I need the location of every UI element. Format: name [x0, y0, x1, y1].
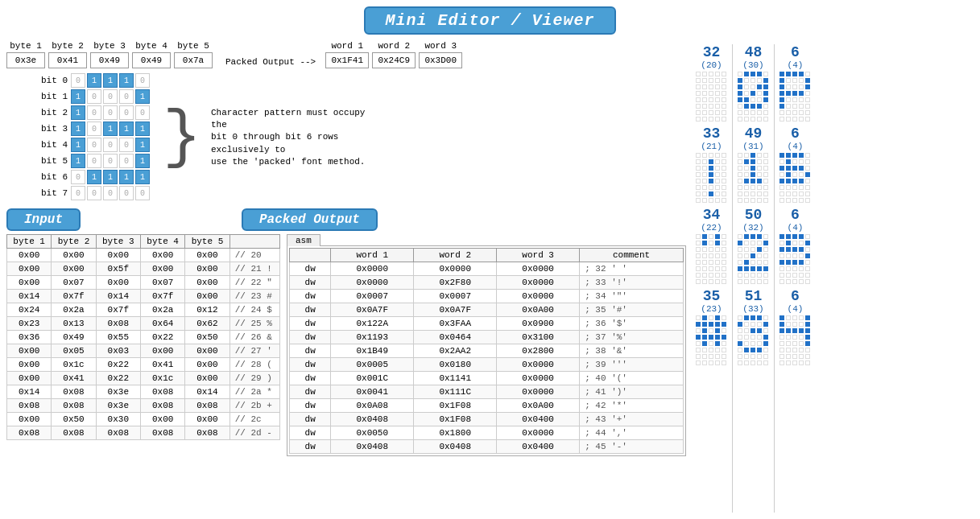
bit-cell-r6-c0[interactable]: 0	[71, 170, 85, 184]
char-pixel	[715, 260, 720, 265]
char-pixel	[715, 354, 720, 359]
bit-cell-r0-c0[interactable]: 0	[71, 73, 85, 88]
char-pixel	[715, 279, 720, 284]
bit-cell-r5-c4[interactable]: 1	[135, 154, 150, 168]
bit-cell-r1-c3[interactable]: 0	[119, 89, 134, 104]
output-dw-11: dw	[290, 413, 331, 426]
output-table-section[interactable]: asm word 1word 2word 3commentdw0x00000x0…	[287, 234, 686, 519]
bit-cell-r5-c2[interactable]: 0	[103, 154, 118, 168]
output-dw-2: dw	[290, 290, 331, 303]
table-row: dw0x001C0x11410x0000; 40 '('	[290, 372, 684, 385]
bit-cell-r6-c3[interactable]: 1	[119, 170, 134, 184]
output-word-r0-c2: 0x0000	[497, 262, 580, 276]
byte-2-input[interactable]	[48, 52, 87, 68]
word-2-input[interactable]	[372, 52, 416, 68]
input-cell-r2-c0: 0x00	[7, 276, 52, 290]
bit-cell-r1-c2[interactable]: 0	[103, 89, 118, 104]
bit-cell-r3-c2[interactable]: 1	[103, 122, 118, 136]
char-pixel	[786, 341, 791, 346]
char-pixel	[786, 91, 791, 96]
char-pixel	[744, 315, 749, 320]
char-pixel	[744, 117, 749, 122]
input-cell-r13-c1: 0x08	[52, 426, 96, 440]
char-pixel	[709, 110, 713, 115]
char-pixel	[744, 166, 749, 171]
bit-cell-r0-c3[interactable]: 1	[119, 73, 134, 88]
input-cell-r12-c4: 0x00	[185, 413, 229, 426]
byte-col-5: byte 5	[174, 41, 213, 68]
bit-cell-r1-c0[interactable]: 1	[71, 89, 85, 104]
bit-cell-r2-c2[interactable]: 0	[103, 105, 118, 120]
bit-cell-r4-c3[interactable]: 0	[119, 138, 134, 152]
bit-cell-r0-c1[interactable]: 1	[87, 73, 101, 88]
bit-cell-r3-c4[interactable]: 1	[135, 122, 150, 136]
bit-cell-r7-c2[interactable]: 0	[103, 186, 118, 200]
bit-cell-r2-c0[interactable]: 1	[71, 105, 85, 120]
char-pixel	[751, 315, 755, 320]
char-pixel	[799, 279, 804, 284]
bit-cell-r1-c1[interactable]: 0	[87, 89, 101, 104]
output-table: word 1word 2word 3commentdw0x00000x00000…	[289, 248, 684, 454]
char-pixel	[757, 198, 762, 203]
bit-cell-r1-c4[interactable]: 1	[135, 89, 150, 104]
char-pixel	[757, 247, 762, 252]
bit-cell-r4-c4[interactable]: 1	[135, 138, 150, 152]
output-col-header	[290, 249, 331, 262]
output-comment-r8: ; 40 '('	[580, 372, 684, 385]
char-pixel	[702, 153, 707, 158]
char-pixel	[722, 110, 726, 115]
char-pixel	[696, 159, 701, 164]
bit-cell-r7-c1[interactable]: 0	[87, 186, 101, 200]
bit-cell-r5-c3[interactable]: 0	[119, 154, 134, 168]
char-grid	[738, 315, 769, 366]
bit-cell-r4-c1[interactable]: 0	[87, 138, 101, 152]
char-pixel	[696, 72, 701, 76]
output-comment-r10: ; 42 '*'	[580, 399, 684, 413]
bit-cell-r6-c4[interactable]: 1	[135, 170, 150, 184]
char-pixel	[696, 266, 701, 271]
asm-tab[interactable]: asm	[287, 234, 320, 246]
char-pixel	[702, 279, 707, 284]
char-pixel	[792, 172, 797, 177]
char-pixel	[799, 328, 804, 333]
char-pixel	[709, 279, 713, 284]
bit-cell-r2-c4[interactable]: 0	[135, 105, 150, 120]
char-pixel	[751, 84, 755, 89]
bit-cell-r0-c2[interactable]: 1	[103, 73, 118, 88]
bit-cell-r2-c3[interactable]: 0	[119, 105, 134, 120]
bit-cell-r3-c3[interactable]: 1	[119, 122, 134, 136]
bit-row-1: bit 110001	[39, 89, 150, 104]
bit-cell-r3-c0[interactable]: 1	[71, 122, 85, 136]
char-pixel	[751, 241, 755, 245]
char-number-sub: (4)	[788, 60, 804, 70]
bit-cell-r4-c0[interactable]: 1	[71, 138, 85, 152]
bit-cell-r5-c1[interactable]: 0	[87, 154, 101, 168]
output-comment-r11: ; 43 '+'	[580, 413, 684, 426]
bit-cell-r7-c3[interactable]: 0	[119, 186, 134, 200]
bit-cell-r3-c1[interactable]: 0	[87, 122, 101, 136]
byte-col-4: byte 4	[132, 41, 171, 68]
bit-cell-r7-c4[interactable]: 0	[135, 186, 150, 200]
byte-col-2: byte 2	[48, 41, 87, 68]
input-table-section[interactable]: byte 1byte 2byte 3byte 4byte 50x000x000x…	[6, 234, 280, 519]
byte-5-input[interactable]	[174, 52, 213, 68]
bit-cell-r6-c1[interactable]: 1	[87, 170, 101, 184]
word-1-input[interactable]	[325, 52, 369, 68]
char-pixel	[763, 315, 768, 320]
word-3-input[interactable]	[419, 52, 462, 68]
input-cell-r9-c3: 0x1c	[140, 372, 184, 385]
byte-3-input[interactable]	[90, 52, 129, 68]
bit-cell-r6-c2[interactable]: 1	[103, 170, 118, 184]
byte-4-input[interactable]	[132, 52, 171, 68]
input-cell-r3-c1: 0x7f	[52, 290, 96, 303]
bit-cell-r5-c0[interactable]: 1	[71, 154, 85, 168]
char-pixel	[744, 97, 749, 102]
char-pixel	[702, 247, 707, 252]
bit-cell-r0-c4[interactable]: 0	[135, 73, 150, 88]
bit-cell-r2-c1[interactable]: 0	[87, 105, 101, 120]
char-pixel	[696, 279, 701, 284]
char-pixel	[744, 78, 749, 83]
bit-cell-r7-c0[interactable]: 0	[71, 186, 85, 200]
byte-1-input[interactable]	[6, 52, 45, 68]
bit-cell-r4-c2[interactable]: 0	[103, 138, 118, 152]
